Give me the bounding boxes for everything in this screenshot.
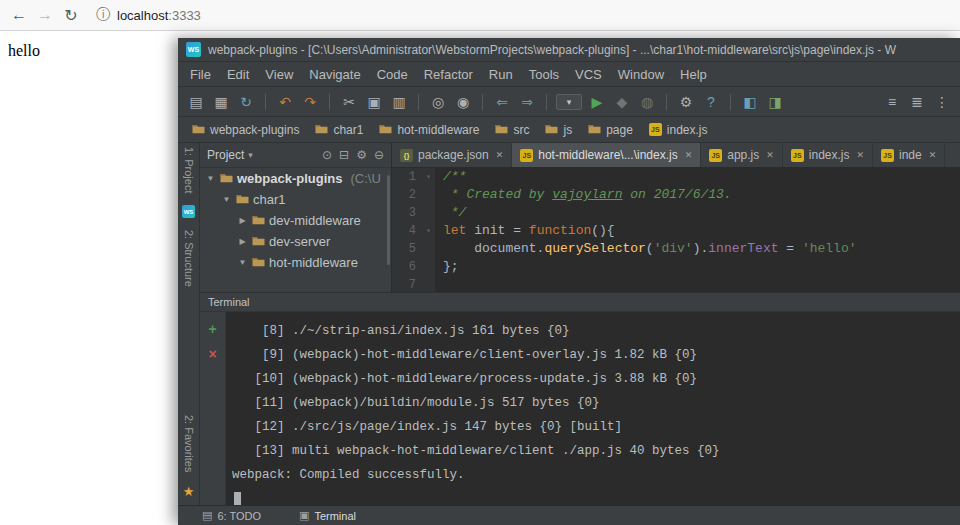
close-tab-icon[interactable]: ✕ (929, 150, 937, 160)
close-session-icon[interactable]: × (208, 347, 216, 361)
redo-icon[interactable]: ↷ (300, 94, 320, 110)
browser-forward-icon[interactable]: → (32, 6, 58, 24)
menu-item-run[interactable]: Run (481, 67, 521, 82)
more-options-icon[interactable]: ⋮ (932, 94, 952, 110)
breadcrumb-item-char1[interactable]: char1 (315, 123, 363, 137)
collapse-all-icon[interactable]: ⊟ (339, 148, 349, 162)
close-tab-icon[interactable]: ✕ (685, 150, 693, 160)
run-icon[interactable]: ▶ (587, 94, 607, 110)
breadcrumb-item-src[interactable]: src (495, 123, 529, 137)
project-panel-title[interactable]: Project (207, 148, 244, 162)
project-tree-scrollbar[interactable] (387, 175, 390, 265)
settings-gear-icon[interactable]: ⚙ (356, 148, 367, 162)
breadcrumb-item-hot-middleware[interactable]: hot-middleware (379, 123, 479, 137)
find-icon[interactable]: ◎ (428, 94, 448, 110)
chevron-down-icon[interactable]: ▼ (221, 195, 232, 204)
ide-window: WS webpack-plugins - [C:\Users\Administr… (178, 38, 960, 525)
settings-wrench-icon[interactable]: ⚙ (676, 94, 696, 110)
help-icon[interactable]: ? (701, 94, 721, 110)
folder-icon (545, 123, 558, 137)
fold-column (422, 204, 435, 222)
address-bar[interactable]: ⓘ localhost:3333 (96, 6, 201, 24)
status-label: Terminal (314, 510, 356, 522)
sync-icon[interactable]: ↻ (236, 94, 256, 110)
menu-item-code[interactable]: Code (369, 67, 416, 82)
folder-icon (252, 255, 265, 270)
breadcrumb-item-js[interactable]: js (545, 123, 572, 137)
line-number: 4 (392, 222, 422, 240)
debug-icon[interactable]: ◆ (612, 94, 632, 110)
breadcrumb-label: webpack-plugins (210, 123, 299, 137)
close-tab-icon[interactable]: ✕ (766, 150, 774, 160)
run-config-dropdown[interactable]: ▾ (556, 94, 582, 110)
menu-item-edit[interactable]: Edit (219, 67, 257, 82)
replace-icon[interactable]: ◉ (453, 94, 473, 110)
add-session-icon[interactable]: + (208, 322, 216, 336)
cut-icon[interactable]: ✂ (339, 94, 359, 110)
nav-forward-icon[interactable]: ⇒ (517, 94, 537, 110)
editor-tab-label: inde (899, 148, 922, 162)
chevron-right-icon[interactable]: ▶ (237, 237, 248, 246)
close-tab-icon[interactable]: ✕ (496, 150, 504, 160)
open-project-icon[interactable]: ▤ (186, 94, 206, 110)
breadcrumb-item-webpack-plugins[interactable]: webpack-plugins (192, 123, 299, 137)
statusbar-terminal[interactable]: ▣Terminal (299, 509, 356, 522)
ide-title-text: webpack-plugins - [C:\Users\Administrato… (208, 43, 896, 57)
chevron-down-icon[interactable]: ▼ (237, 258, 248, 267)
chevron-down-icon[interactable]: ▾ (248, 150, 253, 160)
tree-item-char1[interactable]: ▼char1 (200, 189, 391, 210)
tree-item-dev-server[interactable]: ▶dev-server (200, 231, 391, 252)
breadcrumb-item-page[interactable]: page (588, 123, 633, 137)
menu-item-navigate[interactable]: Navigate (301, 67, 368, 82)
chevron-down-icon[interactable]: ▼ (205, 174, 216, 183)
favorites-star-icon[interactable]: ★ (183, 484, 195, 499)
menu-item-tools[interactable]: Tools (521, 67, 567, 82)
browser-refresh-icon[interactable]: ↻ (58, 6, 84, 25)
code-editor[interactable]: 1▾/**2 * Created by vajoylarn on 2017/6/… (392, 168, 960, 292)
stripe-structure-button[interactable]: 2: Structure (183, 230, 195, 287)
tree-item-webpack-plugins[interactable]: ▼webpack-plugins (C:\U (200, 168, 391, 189)
editor-tab-hot-middleware-index-js[interactable]: JShot-middleware\...\index.js✕ (512, 143, 701, 167)
breadcrumb-item-index-js[interactable]: JSindex.js (649, 123, 708, 137)
tree-item-hot-middleware[interactable]: ▼hot-middleware (200, 252, 391, 273)
stripe-favorites-button[interactable]: 2: Favorites (183, 415, 195, 472)
menu-item-file[interactable]: File (182, 67, 219, 82)
menu-item-window[interactable]: Window (610, 67, 672, 82)
terminal-panel-header[interactable]: Terminal (200, 292, 960, 312)
breadcrumb-label: char1 (333, 123, 363, 137)
code-line-4: 4▾let init = function(){ (392, 222, 960, 240)
chevron-right-icon[interactable]: ▶ (237, 216, 248, 225)
menu-item-view[interactable]: View (257, 67, 301, 82)
fold-marker-icon[interactable]: ▾ (422, 222, 435, 240)
fold-marker-icon[interactable]: ▾ (422, 168, 435, 186)
menu-item-help[interactable]: Help (672, 67, 715, 82)
page-info-icon[interactable]: ⓘ (96, 6, 110, 24)
undo-icon[interactable]: ↶ (275, 94, 295, 110)
ide-titlebar[interactable]: WS webpack-plugins - [C:\Users\Administr… (178, 38, 960, 62)
close-tab-icon[interactable]: ✕ (856, 150, 864, 160)
tree-item-dev-middleware[interactable]: ▶dev-middleware (200, 210, 391, 231)
menu-item-vcs[interactable]: VCS (567, 67, 610, 82)
menu-item-refactor[interactable]: Refactor (416, 67, 481, 82)
editor-tab-app-js[interactable]: JSapp.js✕ (701, 143, 783, 167)
list-view-icon[interactable]: ≡ (882, 94, 902, 110)
fold-column (422, 240, 435, 258)
stripe-project-button[interactable]: 1: Project (183, 147, 195, 193)
save-all-icon[interactable]: ▦ (211, 94, 231, 110)
locate-file-icon[interactable]: ⊙ (322, 148, 332, 162)
coverage-icon[interactable]: ◍ (637, 94, 657, 110)
editor-tab-inde[interactable]: JSinde✕ (873, 143, 945, 167)
nav-back-icon[interactable]: ⇐ (492, 94, 512, 110)
editor-tab-index-js[interactable]: JSindex.js✕ (783, 143, 873, 167)
folder-icon (495, 123, 508, 137)
hide-panel-icon[interactable]: ⊖ (374, 148, 384, 162)
detail-view-icon[interactable]: ≣ (907, 94, 927, 110)
editor-tab-package-json[interactable]: {}package.json✕ (392, 143, 512, 167)
browser-back-icon[interactable]: ← (6, 6, 32, 24)
project-structure-icon[interactable]: ◧ (740, 94, 760, 110)
modules-icon[interactable]: ◨ (765, 94, 785, 110)
statusbar-6-todo[interactable]: ▤6: TODO (202, 509, 261, 522)
terminal-output[interactable]: [8] ./~/strip-ansi/index.js 161 bytes {0… (226, 312, 960, 505)
paste-icon[interactable]: ▥ (389, 94, 409, 110)
copy-icon[interactable]: ▣ (364, 94, 384, 110)
